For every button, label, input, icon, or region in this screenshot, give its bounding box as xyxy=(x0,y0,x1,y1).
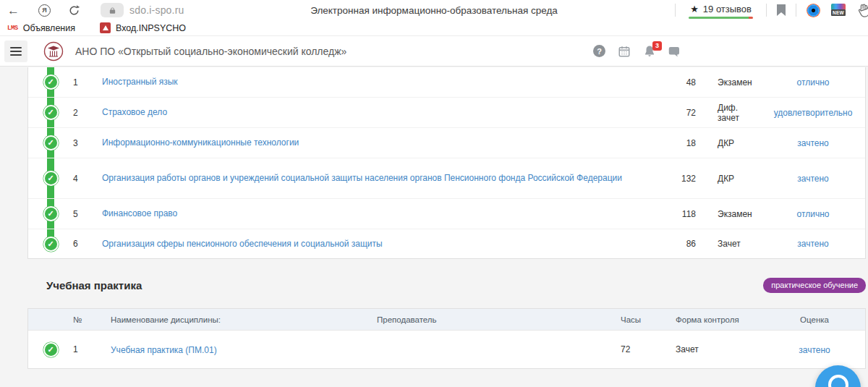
completed-check-icon: ✓ xyxy=(43,237,59,252)
hours-value: 48 xyxy=(652,77,696,88)
completed-check-icon: ✓ xyxy=(43,105,59,120)
toolbar-divider xyxy=(796,4,796,17)
row-number: 5 xyxy=(73,209,102,219)
row-number: 1 xyxy=(73,77,102,88)
column-header-name: Наименование дисциплины: xyxy=(102,315,290,324)
section-title: Учебная практика xyxy=(46,279,142,292)
row-number: 6 xyxy=(73,239,102,249)
grade-link[interactable]: отлично xyxy=(797,77,830,88)
notifications-bell[interactable]: 3 xyxy=(643,45,656,58)
practice-section-header: Учебная практика практическое обучение xyxy=(27,278,866,293)
completed-check-icon: ✓ xyxy=(43,206,59,221)
hours-value: 132 xyxy=(652,174,696,184)
lms-favicon: LMS xyxy=(7,25,18,32)
new-feature-icon[interactable]: NEW xyxy=(830,4,846,17)
calendar-icon[interactable] xyxy=(618,45,631,58)
table-row: ✓ 5 Финансовое право 118 Экзамен отлично xyxy=(28,199,865,229)
completed-check-icon: ✓ xyxy=(43,171,59,186)
new-badge-label: NEW xyxy=(831,9,846,16)
bookmark-icon[interactable] xyxy=(777,4,786,16)
discipline-link[interactable]: Страховое дело xyxy=(102,107,167,117)
messages-icon[interactable] xyxy=(668,45,681,58)
row-number: 4 xyxy=(73,174,102,184)
help-icon[interactable]: ? xyxy=(593,45,605,57)
control-form: Экзамен xyxy=(696,209,761,219)
grade-link[interactable]: зачтено xyxy=(799,345,830,355)
hours-value: 18 xyxy=(652,138,696,148)
control-form: Диф. зачет xyxy=(696,103,761,123)
reviews-count-label: 19 отзывов xyxy=(703,4,752,14)
hours-value: 86 xyxy=(652,239,696,249)
hand-cursor-icon[interactable] xyxy=(856,2,868,18)
main-content: ✓ 1 Иностранный язык 48 Экзамен отлично … xyxy=(0,67,868,369)
bookmark-label: Вход.INPSYCHO xyxy=(116,23,186,33)
control-form: ДКР xyxy=(696,174,761,184)
chat-widget-icon xyxy=(828,375,848,387)
bookmarks-bar: LMS Объявления Вход.INPSYCHO xyxy=(0,20,868,36)
grade-link[interactable]: отлично xyxy=(797,209,830,219)
table-row: ✓ 3 Информационно-коммуникационные техно… xyxy=(28,128,865,158)
new-feature-art xyxy=(831,4,846,9)
hours-value: 118 xyxy=(652,209,696,219)
bookmark-item-inpsycho[interactable]: Вход.INPSYCHO xyxy=(100,22,186,33)
browser-toolbar: ← Я sdo.i-spo.ru Электронная информацион… xyxy=(0,0,868,20)
grade-link[interactable]: удовлетворительно xyxy=(774,108,853,118)
bookmark-label: Объявления xyxy=(23,23,75,33)
row-number: 1 xyxy=(73,344,102,354)
completed-check-icon: ✓ xyxy=(43,135,59,150)
row-number: 3 xyxy=(73,138,102,148)
discipline-link[interactable]: Организация сферы пенсионного обеспечени… xyxy=(102,239,383,249)
table-row: ✓ 1 Учебная практика (ПМ.01) 72 Зачет за… xyxy=(28,331,865,368)
app-header: АНО ПО «Открытый социально-экономический… xyxy=(0,36,868,67)
control-form: ДКР xyxy=(696,138,761,148)
college-name: АНО ПО «Открытый социально-экономический… xyxy=(75,46,346,57)
inpsycho-favicon xyxy=(100,22,111,33)
table-row: ✓ 2 Страховое дело 72 Диф. зачет удовлет… xyxy=(28,98,865,128)
grade-link[interactable]: зачтено xyxy=(797,138,829,148)
ssl-lock-icon[interactable] xyxy=(101,3,124,17)
table-row: ✓ 1 Иностранный язык 48 Экзамен отлично xyxy=(28,67,865,98)
table-row: ✓ 6 Организация сферы пенсионного обеспе… xyxy=(28,229,865,258)
discipline-link[interactable]: Иностранный язык xyxy=(102,77,178,87)
row-number: 2 xyxy=(73,108,102,118)
toolbar-divider xyxy=(675,4,676,17)
toolbar-divider xyxy=(766,4,767,17)
hours-value: 72 xyxy=(652,108,696,118)
column-header-teacher: Преподаватель xyxy=(290,315,608,324)
disciplines-table: ✓ 1 Иностранный язык 48 Экзамен отлично … xyxy=(27,67,866,259)
star-icon: ★ xyxy=(690,4,699,14)
hours-value: 72 xyxy=(608,344,655,354)
control-form: Зачет xyxy=(655,344,764,354)
notification-count-badge: 3 xyxy=(652,41,662,51)
yandex-browser-icon[interactable]: Я xyxy=(38,4,51,17)
completed-check-icon: ✓ xyxy=(43,342,59,357)
reviews-rating-button[interactable]: ★ 19 отзывов xyxy=(686,1,756,19)
back-button[interactable]: ← xyxy=(7,4,20,17)
control-form: Зачет xyxy=(696,239,761,249)
grade-link[interactable]: зачтено xyxy=(797,239,829,249)
practice-table: № Наименование дисциплины: Преподаватель… xyxy=(27,308,866,369)
discipline-link[interactable]: Организация работы органов и учреждений … xyxy=(102,173,622,183)
column-header-num: № xyxy=(73,315,102,324)
discipline-link[interactable]: Финансовое право xyxy=(102,208,177,218)
column-header-form: Форма контроля xyxy=(655,315,764,324)
bookmark-item-announcements[interactable]: LMS Объявления xyxy=(7,23,75,33)
table-header-row: № Наименование дисциплины: Преподаватель… xyxy=(28,309,865,331)
column-header-grade: Оценка xyxy=(764,315,865,324)
grade-link[interactable]: зачтено xyxy=(797,174,829,184)
practice-type-badge: практическое обучение xyxy=(763,278,866,293)
extension-icon[interactable] xyxy=(807,4,820,17)
refresh-icon[interactable] xyxy=(68,4,80,17)
table-row: ✓ 4 Организация работы органов и учрежде… xyxy=(28,158,865,199)
college-logo[interactable] xyxy=(43,41,64,61)
discipline-link[interactable]: Информационно-коммуникационные технологи… xyxy=(102,137,299,148)
completed-check-icon: ✓ xyxy=(43,75,59,90)
column-header-hours: Часы xyxy=(608,315,655,324)
header-icons: ? 3 xyxy=(593,45,681,58)
menu-toggle-button[interactable] xyxy=(4,41,27,62)
address-bar-url[interactable]: sdo.i-spo.ru xyxy=(129,4,184,16)
control-form: Экзамен xyxy=(696,77,761,88)
discipline-link[interactable]: Учебная практика (ПМ.01) xyxy=(111,345,217,355)
